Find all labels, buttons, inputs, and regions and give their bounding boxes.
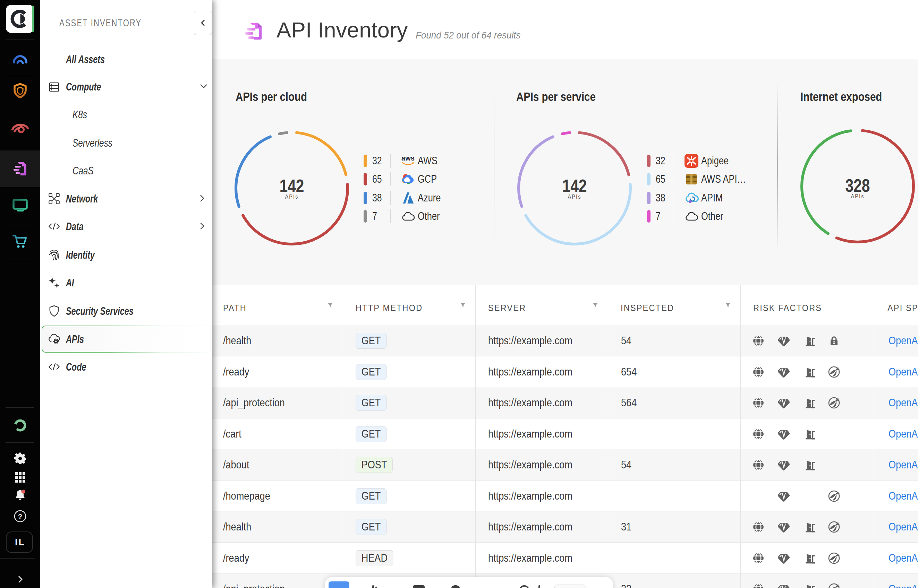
svg-text:?: ? (18, 512, 23, 520)
svg-text:aws: aws (402, 154, 414, 162)
